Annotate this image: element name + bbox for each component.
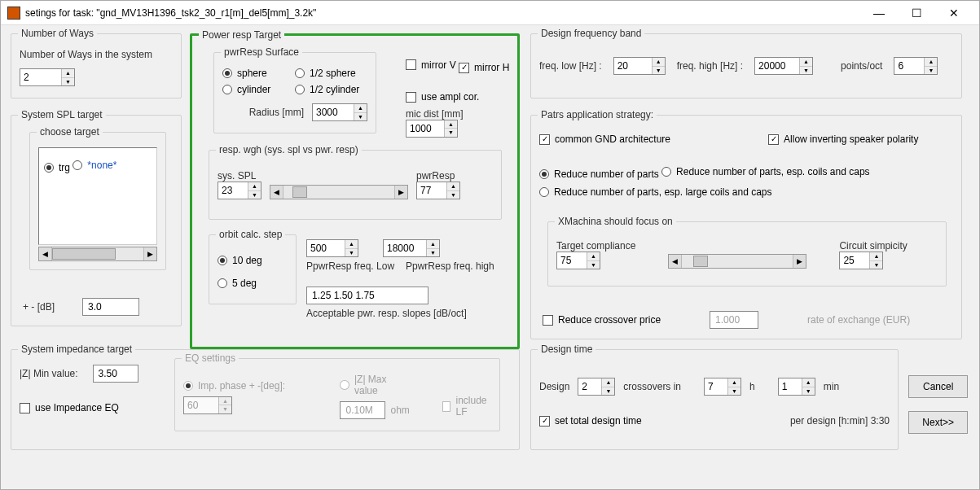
- radio-sphere[interactable]: sphere: [222, 68, 295, 79]
- label-mic-dist: mic dist [mm]: [406, 108, 517, 120]
- legend: EQ settings: [182, 352, 239, 364]
- radio-imp-phase: Imp. phase + -[deg]:: [183, 380, 285, 392]
- radio-half-sphere[interactable]: 1/2 sphere: [295, 68, 367, 79]
- imp-phase-spin: ▲▼: [183, 396, 232, 414]
- radio-reduce-coils-caps[interactable]: Reduce number of parts, esp. coils and c…: [661, 166, 869, 177]
- legend: Design time: [538, 343, 595, 355]
- minimize-button[interactable]: —: [860, 1, 898, 25]
- respwgh-slider[interactable]: ◀ ▶: [270, 185, 408, 199]
- check-set-total[interactable]: ✓set total design time: [539, 415, 642, 427]
- ppwr-freq-high-spin[interactable]: ▲▼: [383, 239, 440, 257]
- radio-reduce-large[interactable]: Reduce number of parts, esp. large coils…: [539, 186, 771, 198]
- num-ways-input[interactable]: [20, 69, 61, 85]
- min-spin[interactable]: ▲▼: [778, 378, 815, 396]
- zmax-input: [340, 401, 385, 419]
- label-pwrresp: pwrResp: [416, 170, 460, 182]
- legend: orbit calc. step: [216, 229, 285, 240]
- group-resp-wgh: resp. wgh (sys. spl vs pwr. resp) sys. S…: [209, 150, 502, 220]
- plusminus-input[interactable]: [82, 298, 139, 316]
- label-freq-low: freq. low [Hz] :: [539, 60, 602, 72]
- legend: choose target: [37, 126, 103, 138]
- label-min: min: [824, 381, 839, 392]
- label-radius: Radius [mm]: [249, 107, 304, 118]
- label-points-oct: points/oct: [841, 60, 882, 72]
- radio-half-cylinder[interactable]: 1/2 cylinder: [295, 84, 367, 95]
- freq-low-spin[interactable]: ▲▼: [613, 57, 666, 75]
- label-slopes: Acceptable pwr. resp. slopes [dB/oct]: [306, 308, 494, 319]
- label-num-ways: Number of Ways in the system: [20, 49, 173, 60]
- points-oct-spin[interactable]: ▲▼: [894, 57, 938, 75]
- legend: resp. wgh (sys. spl vs pwr. resp): [216, 144, 362, 155]
- check-mirror-v[interactable]: mirror V: [406, 59, 456, 71]
- next-button[interactable]: Next>>: [908, 411, 968, 434]
- group-pwrresp-surface: pwrResp Surface sphere 1/2 sphere cylind…: [213, 52, 376, 133]
- num-ways-spin[interactable]: ▲▼: [20, 68, 75, 86]
- radio-5deg[interactable]: 5 deg: [218, 278, 257, 289]
- label-h: h: [749, 381, 755, 392]
- label-per-design: per design [h:min] 3:30: [790, 415, 890, 427]
- legend: Design frequency band: [538, 28, 644, 39]
- mic-dist-spin[interactable]: ▲▼: [406, 120, 458, 138]
- radio-cylinder[interactable]: cylinder: [222, 84, 295, 95]
- label-sysspl: sys. SPL: [218, 170, 261, 182]
- group-power-resp-target: Power resp Target pwrResp Surface sphere…: [190, 33, 520, 349]
- check-reduce-price[interactable]: Reduce crossover price: [543, 314, 661, 326]
- freq-high-spin[interactable]: ▲▼: [754, 57, 813, 75]
- check-common-gnd[interactable]: ✓common GND architecture: [539, 133, 670, 145]
- check-use-ampl-cor[interactable]: use ampl cor.: [406, 91, 479, 103]
- circuit-simplicity-spin[interactable]: ▲▼: [839, 252, 883, 269]
- label-crossovers-in: crossovers in: [623, 381, 681, 392]
- window: setings for task: "gnd_MV13H1396_tsk2_30…: [0, 0, 980, 490]
- label-ppwr-freq-low: PpwrResp freq. Low: [306, 260, 398, 272]
- app-icon: [7, 7, 20, 20]
- check-mirror-h[interactable]: ✓mirror H: [459, 62, 509, 73]
- scroll-right[interactable]: ▶: [143, 247, 156, 260]
- scroll-left[interactable]: ◀: [39, 247, 52, 260]
- label-plusminus: + - [dB]: [23, 301, 55, 313]
- group-number-of-ways: Number of Ways Number of Ways in the sys…: [11, 33, 182, 98]
- check-include-lf: include LF: [442, 395, 491, 418]
- design-count-spin[interactable]: ▲▼: [578, 378, 615, 396]
- spin-down[interactable]: ▼: [62, 78, 74, 86]
- label-ohm: ohm: [390, 405, 409, 416]
- listbox-hscroll[interactable]: ◀ ▶: [38, 247, 157, 261]
- label-design: Design: [539, 381, 569, 392]
- group-xmachina-focus: XMachina should focus on Target complian…: [547, 221, 947, 287]
- zmin-input[interactable]: [93, 365, 138, 383]
- label-rate: rate of exchange (EUR): [807, 314, 910, 326]
- slopes-input[interactable]: [306, 287, 428, 304]
- sysspl-spin[interactable]: ▲▼: [218, 182, 261, 199]
- group-design-time: Design time Design ▲▼ crossovers in ▲▼ h…: [530, 349, 899, 450]
- legend: Number of Ways: [18, 28, 97, 39]
- spin-up[interactable]: ▲: [62, 69, 74, 78]
- group-system-spl-target: System SPL target choose target trg *non…: [11, 115, 182, 326]
- label-circuit-simplicity: Circuit simpicity: [839, 240, 907, 252]
- check-allow-invert[interactable]: ✓Allow inverting speaker polarity: [768, 133, 918, 145]
- close-button[interactable]: ✕: [935, 1, 973, 25]
- radio-10deg[interactable]: 10 deg: [218, 255, 262, 266]
- focus-slider[interactable]: ◀ ▶: [668, 254, 806, 269]
- target-listbox[interactable]: trg *none*: [38, 147, 157, 245]
- group-impedance-target: System impedance target |Z| Min value: u…: [11, 349, 520, 450]
- maximize-button[interactable]: ☐: [898, 1, 935, 25]
- group-parts-strategy: Patrs application strategy: ✓common GND …: [530, 115, 962, 339]
- label-zmin: |Z| Min value:: [20, 368, 78, 379]
- group-orbit-calc-step: orbit calc. step 10 deg 5 deg: [209, 234, 297, 304]
- radio-none[interactable]: *none*: [73, 160, 116, 171]
- radio-trg[interactable]: trg: [44, 162, 70, 173]
- rate-input: [710, 311, 758, 329]
- radio-zmax: |Z| Max value: [340, 374, 409, 396]
- hours-spin[interactable]: ▲▼: [704, 378, 741, 396]
- ppwr-freq-low-spin[interactable]: ▲▼: [306, 239, 358, 257]
- target-compliance-spin[interactable]: ▲▼: [556, 252, 600, 269]
- cancel-button[interactable]: Cancel: [908, 375, 968, 398]
- legend: XMachina should focus on: [555, 216, 676, 227]
- legend: Power resp Target: [199, 29, 284, 41]
- legend: Patrs application strategy:: [538, 109, 657, 120]
- radius-spin[interactable]: ▲▼: [312, 103, 367, 121]
- group-design-freq-band: Design frequency band freq. low [Hz] : ▲…: [530, 33, 962, 98]
- label-target-compliance: Target compliance: [556, 240, 635, 252]
- radio-reduce-parts[interactable]: Reduce number of parts: [539, 168, 659, 180]
- pwrresp-spin[interactable]: ▲▼: [416, 182, 460, 199]
- check-use-impedance-eq[interactable]: use Impedance EQ: [20, 402, 119, 413]
